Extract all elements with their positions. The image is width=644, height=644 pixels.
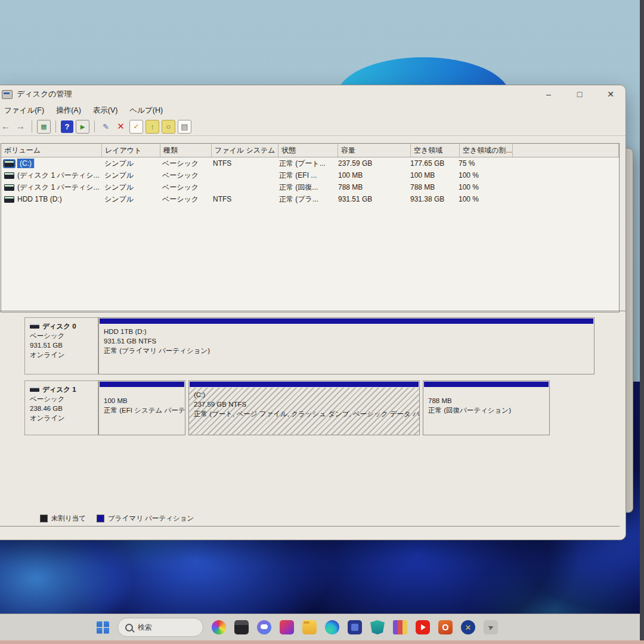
properties-icon[interactable]: ▤ (178, 120, 191, 134)
disk-status: オンライン (30, 350, 95, 360)
column-layout[interactable]: レイアウト (102, 144, 160, 157)
desk-edge (0, 640, 644, 644)
taskbar-icon-youtube[interactable] (416, 620, 430, 634)
maximize-button[interactable]: □ (573, 89, 586, 99)
cell-free: 788 MB (407, 183, 456, 191)
cell-free: 177.65 GB (407, 159, 456, 168)
help-icon[interactable]: ? (61, 120, 73, 133)
partition-status: 正常 (プライマリ パーティション) (104, 346, 589, 355)
cell-layout: シンプル (101, 182, 159, 193)
taskbar-icon-file-explorer[interactable] (302, 620, 317, 634)
minimize-button[interactable]: – (542, 89, 555, 99)
check-volume-icon[interactable]: ✓ (129, 120, 143, 134)
disk-icon (30, 324, 39, 329)
menu-view[interactable]: 表示(V) (87, 104, 124, 117)
taskbar-icon-misc-app[interactable] (484, 620, 498, 634)
refresh-icon[interactable]: ✎ (100, 120, 112, 133)
partition-d[interactable]: HDD 1TB (D:) 931.51 GB NTFS 正常 (プライマリ パー… (98, 317, 595, 374)
legend-primary-label: プライマリ パーティション (108, 514, 194, 523)
delete-volume-icon[interactable]: ✕ (114, 120, 127, 133)
legend-bar: 未割り当て プライマリ パーティション (0, 510, 620, 527)
volume-name: (C:) (17, 159, 34, 168)
cell-status: 正常 (EFI ... (276, 171, 335, 181)
primary-partition-bar (100, 382, 184, 387)
extend-volume-icon[interactable]: ↑ (145, 120, 159, 134)
table-row[interactable]: HDD 1TB (D:) シンプル ベーシック NTFS 正常 (プラ... 9… (1, 193, 619, 205)
column-free-space[interactable]: 空き領域 (411, 144, 460, 157)
cell-filesystem: NTFS (210, 159, 276, 168)
cell-capacity: 237.59 GB (335, 159, 407, 168)
taskbar-icon-photos[interactable] (212, 620, 226, 634)
taskbar-icon-xbox[interactable] (461, 620, 475, 634)
volume-list-header: ボリューム レイアウト 種類 ファイル システム 状態 容量 空き領域 空き領域… (1, 144, 619, 157)
menu-action[interactable]: 操作(A) (50, 104, 87, 117)
taskbar-icon-defender-shield[interactable] (370, 620, 385, 634)
cell-type: ベーシック (159, 171, 210, 181)
disk-graphical-pane: ディスク 0 ベーシック 931.51 GB オンライン HDD 1TB (D:… (0, 311, 626, 540)
menu-help[interactable]: ヘルプ(H) (123, 104, 169, 117)
action-pane-icon[interactable]: ▶ (76, 120, 89, 134)
column-status[interactable]: 状態 (278, 144, 338, 157)
column-volume[interactable]: ボリューム (1, 144, 102, 157)
console-tree-icon[interactable]: ▦ (37, 120, 51, 134)
disk-0-row: ディスク 0 ベーシック 931.51 GB オンライン HDD 1TB (D:… (24, 317, 626, 374)
partition-c-selected[interactable]: (C:) 237.59 GB NTFS 正常 (ブート, ページ ファイル, ク… (188, 380, 420, 435)
cell-status: 正常 (ブート... (276, 159, 335, 169)
taskbar-icon-files-dark[interactable] (234, 620, 249, 634)
taskbar-icon-office[interactable] (438, 620, 453, 634)
cell-type: ベーシック (159, 159, 210, 169)
partition-title: (C:) (194, 390, 414, 400)
back-icon[interactable]: ← (0, 120, 12, 133)
primary-partition-swatch (97, 515, 104, 522)
taskbar-icon-movies[interactable] (348, 620, 362, 634)
disk-name: ディスク 0 (42, 321, 76, 331)
disk-1-label[interactable]: ディスク 1 ベーシック 238.46 GB オンライン (24, 380, 98, 435)
legend-unallocated-label: 未割り当て (51, 514, 86, 523)
taskbar-icon-winrar[interactable] (393, 620, 407, 634)
table-row[interactable]: (ディスク 1 パーティシ... シンプル ベーシック 正常 (回復... 78… (1, 181, 619, 193)
volume-name: (ディスク 1 パーティシ... (17, 182, 100, 193)
volume-icon (4, 196, 14, 203)
taskbar-icon-edge[interactable] (325, 620, 339, 634)
disk-size: 238.46 GB (30, 404, 95, 413)
taskbar-icon-chat[interactable] (257, 620, 271, 634)
start-button[interactable] (97, 621, 109, 634)
title-bar[interactable]: ディスクの管理 – □ ✕ (0, 85, 626, 103)
unallocated-swatch (40, 515, 48, 522)
column-capacity[interactable]: 容量 (338, 144, 411, 157)
cell-capacity: 788 MB (335, 183, 407, 191)
explore-volume-icon[interactable]: ○ (162, 120, 175, 134)
search-input[interactable]: 検索 (117, 618, 203, 637)
volume-list: ボリューム レイアウト 種類 ファイル システム 状態 容量 空き領域 空き領域… (1, 143, 620, 312)
disk-0-label[interactable]: ディスク 0 ベーシック 931.51 GB オンライン (24, 317, 98, 374)
cell-free: 100 MB (407, 171, 456, 179)
primary-partition-bar (424, 382, 549, 387)
column-filesystem[interactable]: ファイル システム (212, 144, 278, 157)
partition-recovery[interactable]: 788 MB 正常 (回復パーティション) (423, 380, 550, 435)
cell-free-percent: 100 % (456, 183, 508, 191)
disk-1-row: ディスク 1 ベーシック 238.46 GB オンライン 100 MB 正常 (… (24, 380, 626, 435)
partition-size: 788 MB (428, 396, 544, 405)
disk-management-app-icon (2, 90, 13, 99)
search-icon (125, 624, 133, 631)
volume-name: HDD 1TB (D:) (17, 195, 62, 203)
table-row[interactable]: (C:) シンプル ベーシック NTFS 正常 (ブート... 237.59 G… (1, 157, 619, 169)
column-free-percent[interactable]: 空き領域の割... (460, 144, 513, 157)
volume-icon (4, 184, 14, 191)
search-label: 検索 (138, 623, 152, 633)
partition-size: 931.51 GB NTFS (104, 336, 589, 346)
primary-partition-bar (100, 318, 593, 324)
forward-icon[interactable]: → (14, 120, 27, 133)
toolbar: ← → ▦ ? ▶ ✎ ✕ ✓ ↑ ○ ▤ (0, 117, 626, 136)
cell-free-percent: 100 % (456, 195, 508, 203)
partition-efi[interactable]: 100 MB 正常 (EFI システム パーティ (98, 380, 185, 435)
taskbar-icon-microsoft-365[interactable] (280, 620, 294, 634)
close-button[interactable]: ✕ (604, 89, 617, 99)
partition-title: HDD 1TB (D:) (104, 327, 589, 336)
column-type[interactable]: 種類 (160, 144, 212, 157)
menu-bar: ファイル(F) 操作(A) 表示(V) ヘルプ(H) (0, 103, 626, 117)
table-row[interactable]: (ディスク 1 パーティシ... シンプル ベーシック 正常 (EFI ... … (1, 169, 619, 181)
menu-file[interactable]: ファイル(F) (0, 104, 50, 117)
cell-type: ベーシック (159, 194, 210, 205)
toolbar-separator (94, 120, 95, 132)
